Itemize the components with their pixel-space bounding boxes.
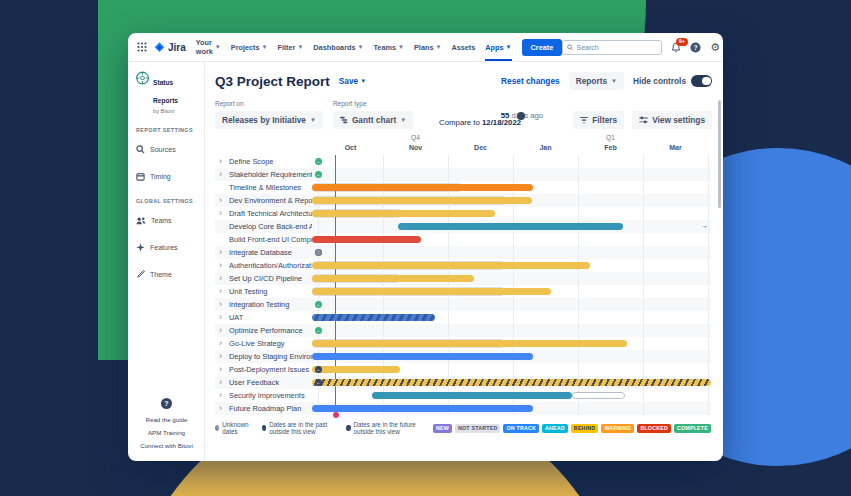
gantt-task-name[interactable]: ›Security Improvements [215, 389, 312, 402]
gantt-task-name[interactable]: ›Define Scope [215, 155, 312, 168]
gantt-task-name[interactable]: ›Set Up CI/CD Pipeline [215, 272, 312, 285]
gantt-task-name[interactable]: Build Front-end UI Compon... [215, 233, 312, 246]
gantt-task-name[interactable]: Develop Core Back-end AP... [215, 220, 312, 233]
gantt-bar[interactable] [398, 223, 623, 230]
sidebar-help-icon[interactable]: ? [161, 398, 172, 409]
gantt-bar[interactable] [312, 210, 495, 217]
expand-chevron-icon[interactable]: › [219, 312, 222, 323]
gantt-task-name[interactable]: ›Stakeholder Requirements [215, 168, 312, 181]
expand-chevron-icon[interactable]: › [219, 156, 222, 167]
unknown-dates-icon[interactable] [315, 249, 322, 256]
sidebar-item-timing[interactable]: Timing [136, 167, 197, 185]
jira-logo[interactable]: Jira [154, 42, 186, 53]
expand-chevron-icon[interactable]: › [219, 247, 222, 258]
expand-chevron-icon[interactable]: › [219, 390, 222, 401]
gantt-bar-outline[interactable] [572, 392, 625, 399]
gridline [383, 155, 384, 415]
report-type-dropdown[interactable]: Gantt chart ▼ [333, 111, 413, 129]
gantt-task-name[interactable]: ›Future Roadmap Plan [215, 402, 312, 415]
nav-item-assets[interactable]: Assets [451, 33, 475, 61]
search-input[interactable] [577, 44, 658, 51]
settings-button[interactable]: ⚙ [710, 42, 720, 53]
expand-chevron-icon[interactable]: › [219, 364, 222, 375]
date-outside-view-icon[interactable]: ← [315, 171, 322, 178]
gantt-bar[interactable] [312, 366, 400, 373]
gantt-task-name[interactable]: ›Draft Technical Architecture [215, 207, 312, 220]
nav-item-dashboards[interactable]: Dashboards▼ [313, 33, 363, 61]
date-outside-view-icon[interactable]: ← [315, 158, 322, 165]
expand-chevron-icon[interactable]: › [219, 169, 222, 180]
date-outside-view-icon[interactable]: ← [315, 366, 322, 373]
sidebar-link-read-the-guide[interactable]: Read the guide [136, 416, 197, 423]
sidebar-app-header[interactable]: Status Reports by Bitovi [136, 71, 197, 114]
sidebar-item-features[interactable]: Features [136, 238, 197, 256]
gantt-bar[interactable] [372, 392, 572, 399]
sidebar-link-connect-with-bitovi[interactable]: Connect with Bitovi [136, 442, 197, 449]
help-button[interactable]: ? [690, 42, 701, 53]
expand-chevron-icon[interactable]: › [219, 195, 222, 206]
gantt-bar[interactable] [312, 288, 551, 295]
page-title: Q3 Project Report [215, 74, 330, 89]
notifications-button[interactable]: 9+ [671, 42, 681, 53]
month-label-feb: Feb [604, 144, 616, 151]
expand-chevron-icon[interactable]: › [219, 403, 222, 414]
expand-chevron-icon[interactable]: › [219, 377, 222, 388]
sidebar-item-theme[interactable]: Theme [136, 265, 197, 283]
expand-chevron-icon[interactable]: › [219, 299, 222, 310]
gantt-task-name[interactable]: ›User Feedback [215, 376, 312, 389]
report-on-dropdown[interactable]: Releases by Initiative ▼ [215, 111, 323, 129]
gantt-task-name[interactable]: Timeline & Milestones [215, 181, 312, 194]
gantt-task-name[interactable]: ›Authentication/Authorization [215, 259, 312, 272]
gantt-bar[interactable] [312, 275, 474, 282]
sidebar-item-teams[interactable]: Teams [136, 211, 197, 229]
nav-item-filter[interactable]: Filter▼ [278, 33, 304, 61]
gantt-task-name[interactable]: ›Go-Live Strategy [215, 337, 312, 350]
save-button[interactable]: Save ▼ [339, 76, 366, 86]
gantt-task-name[interactable]: ›Integration Testing [215, 298, 312, 311]
gantt-bar-striped[interactable] [312, 314, 435, 321]
gantt-task-name[interactable]: ›Dev Environment & Reposit... [215, 194, 312, 207]
gantt-task-name[interactable]: ›Unit Testing [215, 285, 312, 298]
gantt-task-name[interactable]: ›Post-Deployment Issues [215, 363, 312, 376]
sidebar-item-sources[interactable]: Sources [136, 140, 197, 158]
date-outside-view-icon[interactable]: ← [315, 327, 322, 334]
view-settings-button[interactable]: View settings [632, 111, 712, 129]
nav-item-apps[interactable]: Apps▼ [485, 33, 511, 61]
app-switcher-icon[interactable] [137, 42, 147, 52]
gantt-task-name[interactable]: ›Deploy to Staging Environ... [215, 350, 312, 363]
sidebar-link-apm-training[interactable]: APM Training [136, 429, 197, 436]
continues-right-arrow-icon[interactable]: → [701, 222, 708, 229]
gantt-bar[interactable] [312, 184, 533, 191]
nav-item-your-work[interactable]: Your work▼ [196, 33, 221, 61]
gantt-bar[interactable] [312, 353, 533, 360]
nav-item-teams[interactable]: Teams▼ [373, 33, 404, 61]
gantt-task-name[interactable]: ›Optimize Performance [215, 324, 312, 337]
gantt-task-name[interactable]: ›UAT [215, 311, 312, 324]
filters-button[interactable]: Filters [573, 111, 624, 129]
create-button[interactable]: Create [522, 39, 563, 56]
vertical-scrollbar[interactable] [718, 100, 721, 208]
expand-chevron-icon[interactable]: › [219, 286, 222, 297]
hide-controls-toggle[interactable] [691, 75, 712, 87]
date-outside-view-icon[interactable]: ← [315, 301, 322, 308]
expand-chevron-icon[interactable]: › [219, 208, 222, 219]
gantt-bar[interactable] [312, 262, 590, 269]
gantt-bar-hazard[interactable] [312, 379, 711, 386]
search-box[interactable] [562, 40, 662, 55]
nav-item-plans[interactable]: Plans▼ [414, 33, 441, 61]
expand-chevron-icon[interactable]: › [219, 260, 222, 271]
slider-handle[interactable] [517, 112, 525, 120]
reports-dropdown[interactable]: Reports ▼ [569, 72, 624, 90]
gantt-task-name[interactable]: ›Integrate Database [215, 246, 312, 259]
expand-chevron-icon[interactable]: › [219, 351, 222, 362]
expand-chevron-icon[interactable]: › [219, 338, 222, 349]
gantt-bar[interactable] [312, 340, 627, 347]
nav-item-projects[interactable]: Projects▼ [231, 33, 268, 61]
gantt-bar[interactable] [312, 405, 533, 412]
date-outside-view-icon[interactable]: ← [315, 379, 322, 386]
gantt-bar[interactable] [312, 236, 421, 243]
expand-chevron-icon[interactable]: › [219, 325, 222, 336]
expand-chevron-icon[interactable]: › [219, 273, 222, 284]
reset-changes-button[interactable]: Reset changes [501, 76, 560, 86]
gantt-bar[interactable] [312, 197, 532, 204]
